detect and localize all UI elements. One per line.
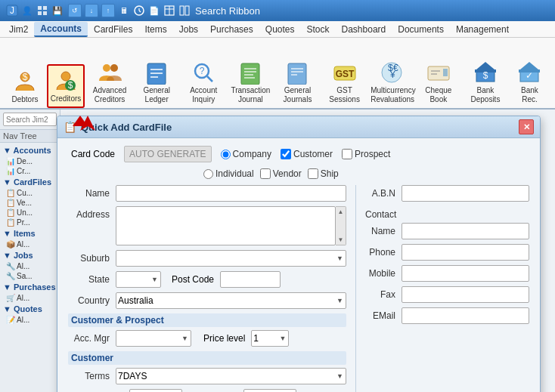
dialog-close-button[interactable]: ✕ xyxy=(519,119,534,134)
debtors-label: Debtors xyxy=(11,95,38,104)
name-row: Name xyxy=(68,185,346,202)
menu-stock[interactable]: Stock xyxy=(301,23,336,36)
svg-marker-55 xyxy=(80,116,95,131)
ribbon-gst[interactable]: GST GST Sessions xyxy=(323,57,367,108)
individual-radio[interactable] xyxy=(203,169,213,179)
forward-btn[interactable]: ↑ xyxy=(101,4,115,17)
menu-accounts[interactable]: Accounts xyxy=(34,22,88,37)
abn-label: A.B.N xyxy=(365,188,395,199)
fax-input[interactable] xyxy=(402,286,529,303)
quick-add-dialog: 📋 Quick Add CardFile ✕ Card Code AUTO GE… xyxy=(57,116,541,392)
nav-section-purchases[interactable]: ▼ Purchases xyxy=(0,281,60,293)
acc-mgr-select[interactable] xyxy=(116,330,191,347)
price-level-select[interactable]: 1 xyxy=(251,330,289,347)
multicurrency-label: Multicurrency Revaluations xyxy=(371,86,412,104)
name-input[interactable] xyxy=(116,185,346,202)
cheque-label: Cheque Book xyxy=(422,86,455,104)
ship-check-label: Ship xyxy=(308,168,339,179)
nav-item-vendors[interactable]: 📋Ve... xyxy=(0,198,60,208)
nav-section-cardfiles[interactable]: ▼ CardFiles xyxy=(0,176,60,188)
state-postcode-row: State ▼ Post Code xyxy=(68,271,346,288)
customer-checkbox[interactable] xyxy=(281,149,291,159)
ribbon-bank-deposits[interactable]: $ Bank Deposits xyxy=(464,57,507,108)
menu-purchases[interactable]: Purchases xyxy=(204,23,259,36)
svg-rect-4 xyxy=(38,11,42,15)
nav-item-sales[interactable]: 🔧Sa... xyxy=(0,271,60,281)
svg-rect-13 xyxy=(185,6,189,15)
search-ribbon-label: Search Ribbon xyxy=(195,5,260,17)
app-icon: J xyxy=(6,5,18,17)
acct-inquiry-label: Account Inquiry xyxy=(187,86,220,104)
suburb-row: Suburb ▼ xyxy=(68,250,346,267)
ribbon-trans-journal[interactable]: Transaction Journal xyxy=(228,57,272,108)
nav-item-all-purchases[interactable]: 🛒Al... xyxy=(0,293,60,303)
nav-item-unknown[interactable]: 📋Un... xyxy=(0,208,60,218)
vendor-check-label: Vendor xyxy=(260,168,302,179)
nav-item-creditors[interactable]: 📊Cr... xyxy=(0,166,60,176)
ribbon-creditors[interactable]: $ Creditors xyxy=(47,64,85,108)
auto-generate-btn[interactable]: AUTO GENERATE xyxy=(124,146,212,162)
dialog-right-col: A.B.N Contact Name Phone xyxy=(355,185,529,392)
nav-item-all-quotes[interactable]: 📝Al... xyxy=(0,315,60,325)
nav-tree: ▼ Accounts 📊De... 📊Cr... ▼ CardFiles 📋Cu… xyxy=(0,143,60,326)
ribbon-gen-journals[interactable]: General Journals xyxy=(275,57,319,108)
svg-marker-49 xyxy=(476,62,495,69)
menu-jobs[interactable]: Jobs xyxy=(173,23,204,36)
ribbon-adv-creditors[interactable]: Advanced Creditors xyxy=(88,57,132,108)
ribbon-multicurrency[interactable]: $€¥ Multicurrency Revaluations xyxy=(370,57,414,108)
title-bar: J 👤 💾 ↺ ↓ ↑ 🖩 📄 Search Ribbon xyxy=(0,0,555,21)
nav-item-prospects[interactable]: 📋Pr... xyxy=(0,218,60,227)
contact-label: Contact xyxy=(365,209,529,220)
refresh-btn[interactable]: ↺ xyxy=(68,4,82,17)
svg-rect-46 xyxy=(443,69,448,76)
search-input[interactable] xyxy=(3,113,57,126)
menu-management[interactable]: Management xyxy=(450,23,515,36)
contact-name-input[interactable] xyxy=(402,223,529,239)
gen-ledger-label: General Ledger xyxy=(140,86,173,104)
nav-item-all-jobs[interactable]: 🔧Al... xyxy=(0,261,60,271)
ribbon-cheque[interactable]: Cheque Book xyxy=(417,57,460,108)
gen-journals-icon xyxy=(285,60,309,85)
nav-section-items[interactable]: ▼ Items xyxy=(0,227,60,239)
ribbon-debtors[interactable]: $ Debtors xyxy=(6,66,44,108)
nav-section-accounts[interactable]: ▼ Accounts xyxy=(0,144,60,156)
menu-quotes[interactable]: Quotes xyxy=(259,23,301,36)
invoice-select[interactable]: Print xyxy=(243,389,296,392)
mobile-input[interactable] xyxy=(402,265,529,282)
ship-checkbox[interactable] xyxy=(308,168,318,179)
abn-input[interactable] xyxy=(402,185,529,202)
svg-rect-3 xyxy=(43,6,47,10)
back-btn[interactable]: ↓ xyxy=(85,4,98,17)
menu-items[interactable]: Items xyxy=(138,23,172,36)
address-scrollbar[interactable]: ▲ ▼ xyxy=(336,206,346,245)
ribbon-gen-ledger[interactable]: General Ledger xyxy=(135,57,178,108)
company-radio[interactable] xyxy=(221,150,231,159)
phone-input[interactable] xyxy=(402,244,529,261)
fax-row: Fax xyxy=(365,286,529,303)
country-select[interactable]: Australia xyxy=(116,292,346,309)
postcode-input[interactable] xyxy=(220,271,281,288)
address-input[interactable] xyxy=(116,206,336,245)
trans-journal-label: Transaction Journal xyxy=(231,86,270,104)
nav-item-customers[interactable]: 📋Cu... xyxy=(0,188,60,198)
email-input[interactable] xyxy=(402,307,529,324)
grid-icon xyxy=(36,5,48,17)
menu-dashboard[interactable]: Dashboard xyxy=(336,23,392,36)
state-select[interactable] xyxy=(116,271,161,288)
vendor-checkbox[interactable] xyxy=(260,168,271,179)
nav-section-quotes[interactable]: ▼ Quotes xyxy=(0,303,60,315)
nav-item-debtors[interactable]: 📊De... xyxy=(0,156,60,166)
statement-select[interactable]: Print xyxy=(129,389,182,392)
menu-cardfiles[interactable]: CardFiles xyxy=(88,23,138,36)
ribbon-bank-rec[interactable]: ✓ Bank Rec. xyxy=(510,57,549,108)
ribbon-acct-inquiry[interactable]: ? Account Inquiry xyxy=(181,57,225,108)
svg-rect-33 xyxy=(288,63,306,85)
svg-text:✓: ✓ xyxy=(526,70,533,81)
menu-jim2[interactable]: Jim2 xyxy=(3,23,34,36)
nav-section-jobs[interactable]: ▼ Jobs xyxy=(0,249,60,261)
prospect-checkbox[interactable] xyxy=(342,149,352,159)
suburb-input[interactable] xyxy=(116,250,346,267)
menu-documents[interactable]: Documents xyxy=(392,23,450,36)
nav-item-all-items[interactable]: 📦Al... xyxy=(0,239,60,249)
terms-select[interactable]: 7DAYS xyxy=(116,368,346,384)
